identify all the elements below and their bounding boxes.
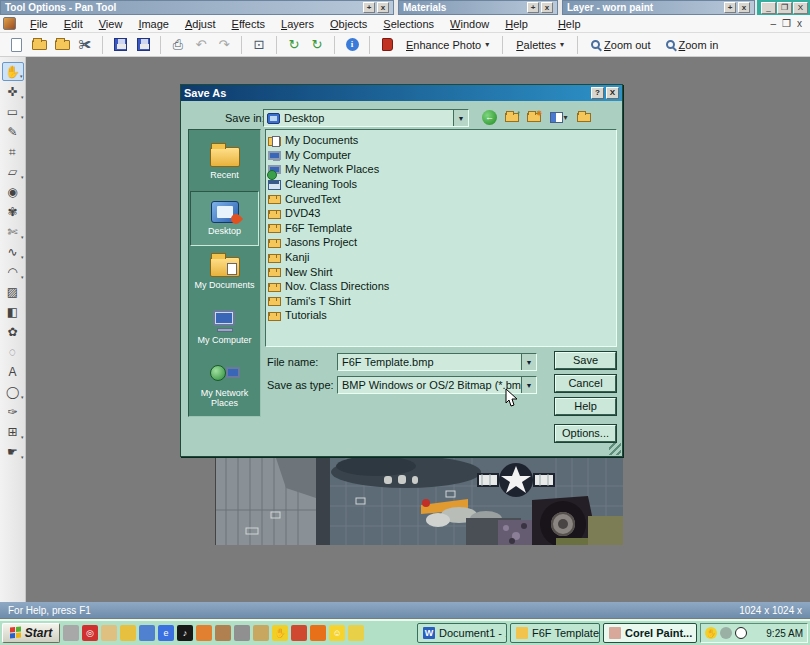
- quick-launch-3-icon[interactable]: [101, 625, 117, 641]
- undo-button[interactable]: ↶: [191, 35, 211, 55]
- dropper-tool[interactable]: ✎: [2, 122, 24, 141]
- clone-brush-tool[interactable]: ✄▾: [2, 222, 24, 241]
- quick-launch-5-icon[interactable]: [139, 625, 155, 641]
- menu-selections[interactable]: Selections: [375, 16, 442, 32]
- save-button[interactable]: Save: [555, 352, 616, 369]
- menu-window[interactable]: Window: [442, 16, 497, 32]
- list-item[interactable]: Jasons Project: [268, 235, 614, 250]
- twain-acquire-button[interactable]: ✀: [75, 35, 95, 55]
- picture-tube-tool[interactable]: ✿: [2, 322, 24, 341]
- menu-help-2[interactable]: Help: [550, 16, 589, 32]
- scratch-remover-tool[interactable]: ∿▾: [2, 242, 24, 261]
- menu-edit[interactable]: Edit: [56, 16, 91, 32]
- quick-launch-15-icon[interactable]: ☺: [329, 625, 345, 641]
- chevron-down-icon[interactable]: ▼: [521, 354, 536, 370]
- learning-center-button[interactable]: [377, 35, 397, 55]
- list-item[interactable]: My Computer: [268, 148, 614, 163]
- menu-help[interactable]: Help: [497, 16, 536, 32]
- list-item[interactable]: Cleaning Tools: [268, 177, 614, 192]
- quick-launch-6-icon[interactable]: e: [158, 625, 174, 641]
- place-my-computer[interactable]: My Computer: [190, 300, 259, 355]
- view-menu-button[interactable]: ▾: [547, 109, 571, 125]
- taskbar-window-document1[interactable]: W Document1 - ...: [417, 623, 507, 643]
- palette-titlebar-tool-options[interactable]: Tool Options - Pan Tool + x: [0, 0, 394, 15]
- dialog-help-button[interactable]: ?: [591, 87, 604, 99]
- menu-image[interactable]: Image: [130, 16, 177, 32]
- quick-launch-16-icon[interactable]: [348, 625, 364, 641]
- refresh-button[interactable]: ↻: [284, 35, 304, 55]
- tray-hand-icon[interactable]: ✋: [705, 627, 717, 639]
- list-item[interactable]: Kanji: [268, 250, 614, 265]
- help-button[interactable]: Help: [555, 398, 616, 415]
- mdi-minimize-button[interactable]: –: [770, 18, 776, 29]
- back-button[interactable]: ←: [481, 109, 498, 125]
- refresh-all-button[interactable]: ↻: [307, 35, 327, 55]
- tray-volume-icon[interactable]: [720, 627, 732, 639]
- list-item[interactable]: My Documents: [268, 133, 614, 148]
- list-item[interactable]: DVD43: [268, 206, 614, 221]
- pen-tool[interactable]: ✑: [2, 402, 24, 421]
- quick-launch-9-icon[interactable]: [215, 625, 231, 641]
- eraser-tool[interactable]: ▨: [2, 282, 24, 301]
- chevron-down-icon[interactable]: ▼: [453, 110, 468, 126]
- browse-button[interactable]: [52, 35, 72, 55]
- canvas-image[interactable]: [216, 458, 623, 545]
- pin-icon[interactable]: +: [363, 2, 375, 13]
- list-item[interactable]: My Network Places: [268, 162, 614, 177]
- quick-launch-11-icon[interactable]: [253, 625, 269, 641]
- flood-fill-tool[interactable]: ◧: [2, 302, 24, 321]
- list-item[interactable]: Tutorials: [268, 308, 614, 323]
- preset-shape-tool[interactable]: ◯▾: [2, 382, 24, 401]
- quick-launch-14-icon[interactable]: [310, 625, 326, 641]
- list-item[interactable]: Tami's T Shirt: [268, 294, 614, 309]
- menu-effects[interactable]: Effects: [224, 16, 273, 32]
- resize-grip[interactable]: [609, 443, 621, 455]
- quick-launch-10-icon[interactable]: [234, 625, 250, 641]
- close-icon[interactable]: x: [738, 2, 750, 13]
- red-eye-tool[interactable]: ◉: [2, 182, 24, 201]
- new-folder-button[interactable]: ✷: [525, 109, 542, 125]
- list-item[interactable]: New Shirt: [268, 264, 614, 279]
- menu-file[interactable]: File: [22, 16, 56, 32]
- zoom-out-button[interactable]: Zoom out: [585, 37, 656, 53]
- taskbar-window-f6f-template[interactable]: F6F Template: [510, 623, 600, 643]
- dodge-brush-tool[interactable]: ◠▾: [2, 262, 24, 281]
- file-list[interactable]: My Documents My Computer My Network Plac…: [265, 129, 617, 347]
- deform-tool[interactable]: ▱▾: [2, 162, 24, 181]
- place-desktop[interactable]: Desktop: [190, 191, 259, 246]
- open-button[interactable]: [29, 35, 49, 55]
- image-info-button[interactable]: i: [342, 35, 362, 55]
- minimize-button[interactable]: _: [761, 2, 776, 14]
- list-item[interactable]: Nov. Class Directions: [268, 279, 614, 294]
- airbrush-tool[interactable]: ◌: [2, 342, 24, 361]
- mdi-close-button[interactable]: x: [797, 18, 802, 29]
- palettes-button[interactable]: Palettes ▾: [510, 37, 570, 53]
- taskbar-window-corel-paint[interactable]: Corel Paint...: [603, 623, 697, 643]
- place-recent[interactable]: Recent: [190, 136, 259, 191]
- restore-button[interactable]: ❐: [777, 2, 792, 14]
- save-as-button[interactable]: [133, 35, 153, 55]
- options-button[interactable]: Options...: [555, 425, 616, 442]
- quick-launch-4-icon[interactable]: [120, 625, 136, 641]
- menu-view[interactable]: View: [91, 16, 131, 32]
- file-name-combobox[interactable]: F6F Template.bmp ▼: [337, 353, 537, 371]
- pin-icon[interactable]: +: [527, 2, 539, 13]
- list-item[interactable]: CurvedText: [268, 191, 614, 206]
- canvas-window[interactable]: [215, 458, 622, 545]
- list-item[interactable]: F6F Template: [268, 221, 614, 236]
- mesh-warp-tool[interactable]: ⊞▾: [2, 422, 24, 441]
- new-image-button[interactable]: [6, 35, 26, 55]
- tray-panda-icon[interactable]: [735, 627, 747, 639]
- place-my-network-places[interactable]: My Network Places: [190, 355, 259, 416]
- close-button[interactable]: X: [793, 2, 808, 14]
- palette-titlebar-layer[interactable]: Layer - worn paint + x: [562, 0, 755, 15]
- close-icon[interactable]: x: [377, 2, 389, 13]
- quick-launch-2-icon[interactable]: ◎: [82, 625, 98, 641]
- dialog-close-button[interactable]: X: [606, 87, 619, 99]
- text-tool[interactable]: A: [2, 362, 24, 381]
- crop-tool[interactable]: ⌗: [2, 142, 24, 161]
- zoom-in-button[interactable]: Zoom in: [660, 37, 725, 53]
- pan-tool[interactable]: ✋▾: [2, 62, 24, 81]
- menu-layers[interactable]: Layers: [273, 16, 322, 32]
- dialog-titlebar[interactable]: Save As ? X: [181, 85, 622, 101]
